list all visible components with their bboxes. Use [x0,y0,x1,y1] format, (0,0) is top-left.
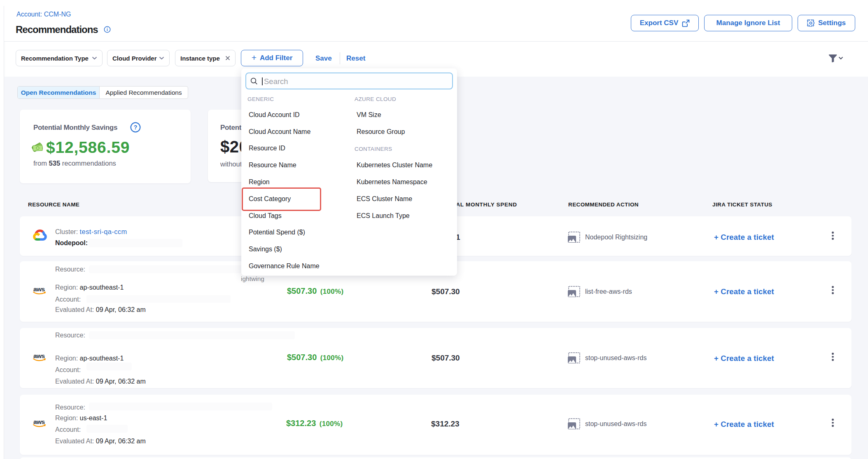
svg-text:aws: aws [33,419,45,425]
svg-text:aws: aws [33,286,45,293]
svg-text:?: ? [134,124,138,131]
svg-text:aws: aws [33,353,45,359]
